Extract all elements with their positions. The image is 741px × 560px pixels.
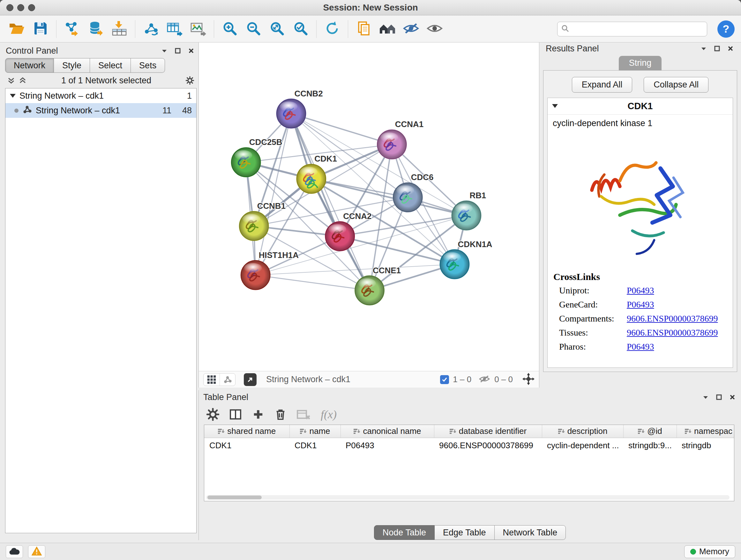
network-row-selected[interactable]: String Network – cdk1 11 48 [5,103,196,118]
column-header-shared-name[interactable]: shared name [204,425,289,438]
cell-namespace[interactable]: stringdb [677,438,734,453]
panel-menu-chevron-icon[interactable] [701,393,710,401]
delete-column-trash-icon[interactable] [274,408,287,421]
tab-network[interactable]: Network [5,58,54,73]
cloud-status-button[interactable] [6,545,23,558]
gene-collapse-icon[interactable] [552,104,558,111]
import-table-from-file-button[interactable] [109,18,130,40]
node-CDC25B[interactable]: CDC25B [231,138,282,177]
column-header-id[interactable]: @id [623,425,677,438]
collapse-all-icon[interactable] [7,76,15,84]
panel-float-icon[interactable] [713,44,721,53]
cell-description[interactable]: cyclin-dependent ... [542,438,623,453]
zoom-out-button[interactable] [243,18,264,40]
column-header-canonical-name[interactable]: canonical name [340,425,434,438]
panel-close-icon[interactable] [187,47,195,55]
network-collection-row[interactable]: String Network – cdk1 1 [5,88,196,103]
import-network-from-database-button[interactable] [85,18,106,40]
zoom-in-button[interactable] [219,18,240,40]
genecard-link[interactable]: P06493 [627,300,654,310]
node-CCNA1[interactable]: CCNA1 [377,120,423,159]
expand-all-icon[interactable] [18,76,27,84]
panel-close-icon[interactable] [726,44,735,53]
copy-button[interactable] [353,18,374,40]
panel-menu-chevron-icon[interactable] [699,44,708,53]
control-panel: Control Panel Network Style Select Sets … [3,45,198,535]
pharos-link[interactable]: P06493 [627,341,654,352]
tab-node-table[interactable]: Node Table [374,525,434,540]
edge-CCNB2-RB1[interactable] [291,114,466,215]
cell-database-identifier[interactable]: 9606.ENSP00000378699 [434,438,542,453]
search-input[interactable] [572,23,704,36]
cell-id[interactable]: stringdb:9... [623,438,677,453]
zoom-fit-button[interactable] [266,18,287,40]
tab-string[interactable]: String [619,56,662,70]
panel-float-icon[interactable] [174,47,182,55]
import-network-from-file-button[interactable] [62,18,83,40]
warnings-button[interactable] [28,545,45,558]
cell-canonical-name[interactable]: P06493 [340,438,434,453]
expand-all-button[interactable]: Expand All [572,77,632,92]
column-header-name[interactable]: name [289,425,340,438]
string-results-box: Expand All Collapse All CDK1 cyclin-depe… [543,70,737,372]
tab-sets[interactable]: Sets [131,58,165,73]
gear-icon[interactable] [186,76,194,84]
collapse-all-button[interactable]: Collapse All [644,77,709,92]
tab-network-table[interactable]: Network Table [495,525,566,540]
panel-float-icon[interactable] [715,393,723,401]
export-image-button[interactable] [188,18,209,40]
node-CCNB2[interactable]: CCNB2 [277,89,323,128]
show-all-button[interactable] [424,18,445,40]
node-RB1[interactable]: RB1 [452,191,486,230]
horizontal-scrollbar[interactable] [206,495,730,500]
memory-button[interactable]: Memory [684,545,735,558]
search-box[interactable] [557,22,707,37]
tab-edge-table[interactable]: Edge Table [434,525,495,540]
tab-style[interactable]: Style [54,58,90,73]
node-HIST1H1A[interactable]: HIST1H1A [241,251,299,290]
edge-CDK1-RB1[interactable] [311,179,466,215]
node-CDKN1A[interactable]: CDKN1A [440,240,492,279]
hide-selected-button[interactable] [401,18,421,40]
column-header-database-identifier[interactable]: database identifier [434,425,542,438]
add-column-plus-icon[interactable] [252,408,265,421]
table-row[interactable]: CDK1 CDK1 P06493 9606.ENSP00000378699 cy… [204,438,734,453]
search-icon [561,24,569,34]
cell-name[interactable]: CDK1 [289,438,340,453]
selected-nodes-checkbox[interactable] [440,375,449,384]
fit-crosshair-icon[interactable] [522,373,535,386]
birdseye-grid-icon[interactable] [204,374,219,386]
compartments-label: Compartments: [559,314,627,324]
edge-CCNB2-CCNE1[interactable] [291,114,369,291]
edge-CCNB2-CCNA1[interactable] [291,114,392,145]
uniprot-link[interactable]: P06493 [627,286,654,296]
tissues-link[interactable]: 9606.ENSP00000378699 [627,327,718,338]
save-session-button[interactable] [30,18,51,40]
tree-expander-icon[interactable] [10,94,16,101]
show-columns-icon[interactable] [229,408,242,421]
compartments-link[interactable]: 9606.ENSP00000378699 [627,314,718,324]
panel-close-icon[interactable] [728,393,737,401]
open-session-button[interactable] [6,18,27,40]
refresh-network-button[interactable] [322,18,343,40]
panel-menu-chevron-icon[interactable] [160,47,169,55]
scrollbar-thumb[interactable] [207,496,262,499]
hidden-eye-icon [478,374,490,385]
home-button[interactable] [377,18,398,40]
column-header-namespace[interactable]: namespac [677,425,734,438]
tab-select[interactable]: Select [90,58,131,73]
column-header-description[interactable]: description [542,425,623,438]
edge-HIST1H1A-CCNE1[interactable] [256,275,369,291]
table-settings-gear-icon[interactable] [206,408,219,421]
zoom-selected-button[interactable] [290,18,311,40]
network-from-table-button[interactable] [164,18,185,40]
help-button[interactable]: ? [718,20,735,38]
share-network-icon[interactable] [220,374,235,385]
zoom-out-icon [246,20,261,37]
cell-shared-name[interactable]: CDK1 [204,438,289,453]
export-view-button[interactable] [244,373,257,386]
function-builder-button[interactable]: f(x) [321,408,337,421]
clone-network-button[interactable] [140,18,161,40]
network-canvas[interactable]: CCNB2CCNA1CDC25BCDK1CDC6RB1CCNB1CCNA2CDK… [199,43,539,371]
node-CDK1[interactable]: CDK1 [296,154,337,193]
